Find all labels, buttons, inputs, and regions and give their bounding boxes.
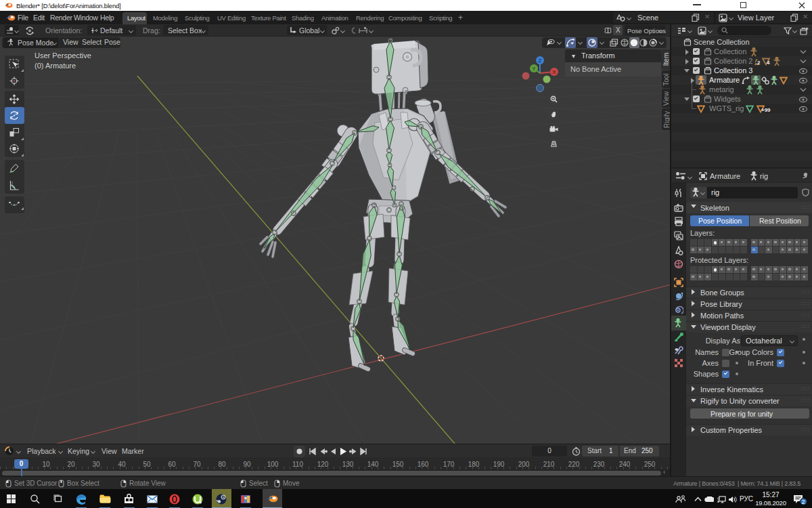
svg-text:X: X xyxy=(552,69,556,75)
svg-text:Z: Z xyxy=(539,58,542,64)
svg-text:Y: Y xyxy=(532,66,536,72)
